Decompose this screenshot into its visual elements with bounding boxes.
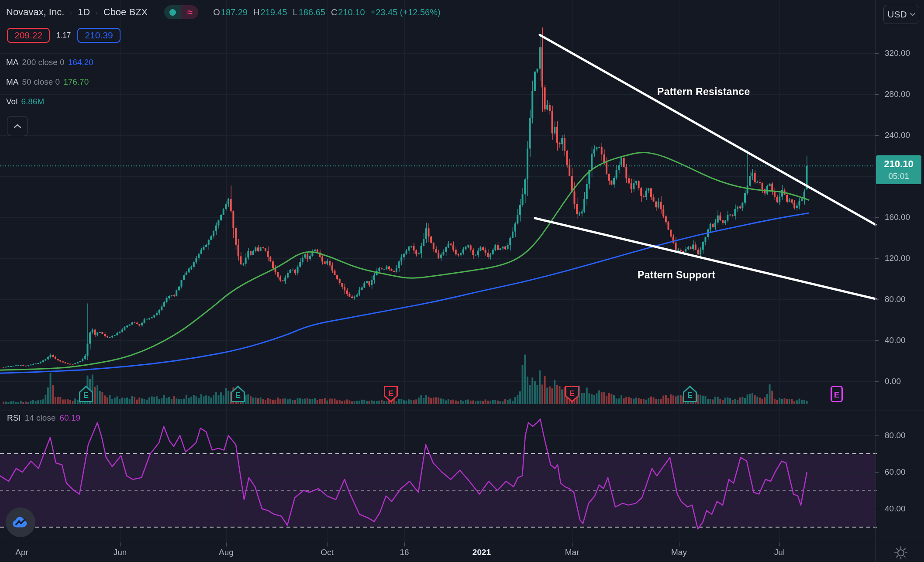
time-axis-label: Oct [321,548,334,557]
time-axis-label: 16 [400,548,409,557]
indicator-volume[interactable]: Vol 6.86M [6,97,44,106]
bar-countdown: 05:01 [888,171,909,182]
svg-text:E: E [687,391,693,400]
indicator-ma200[interactable]: MA 200 close 0 164.20 [6,58,93,67]
last-price-value: 210.10 [884,158,913,171]
price-chart-canvas[interactable] [0,0,924,562]
price-axis[interactable] [875,0,924,543]
price-axis-label: 120.00 [885,254,910,263]
market-status-toggle[interactable]: ≈ [164,5,198,19]
chevron-down-icon [910,13,915,16]
indicator-ma50[interactable]: MA 50 close 0 176.70 [6,77,89,87]
pattern-support-label[interactable]: Pattern Support [638,269,715,281]
currency-selector[interactable]: USD [883,5,919,24]
price-axis-label: 280.00 [885,89,910,99]
earnings-marker-icon[interactable]: E [829,385,844,403]
chevron-up-icon [14,124,21,128]
time-axis-settings-button[interactable] [893,545,908,560]
wave-icon: ≈ [181,5,198,19]
tradingview-cloud-button[interactable] [6,507,35,537]
exchange-label[interactable]: Cboe BZX [103,7,148,18]
earnings-marker-icon[interactable]: E [565,385,579,403]
time-axis-label: Jul [774,548,785,557]
price-axis-label: 80.00 [885,431,906,440]
time-axis-label: Jun [114,548,127,557]
chart-window: Novavax, Inc. · 1D · Cboe BZX ≈ O187.29 … [0,0,924,562]
currency-label: USD [887,9,907,20]
separator-dot: · [95,7,98,17]
spread-value: 1.17 [56,31,71,40]
price-axis-label: 160.00 [885,212,910,222]
price-axis-label: 80.00 [885,295,906,304]
time-axis[interactable] [0,543,924,562]
svg-text:E: E [834,391,839,399]
symbol-title[interactable]: Novavax, Inc. [6,7,64,18]
svg-text:E: E [388,389,393,398]
last-price-badge: 210.10 05:01 [876,155,921,184]
price-axis-label: 320.00 [885,48,910,58]
price-axis-label: 240.00 [885,130,910,140]
separator-dot: · [69,7,72,17]
svg-text:E: E [569,389,575,398]
price-axis-label: 40.00 [885,504,906,514]
cloud-chart-icon [11,513,30,531]
earnings-marker-icon[interactable]: E [79,385,93,403]
change-readout: +23.45 (+12.56%) [371,7,441,17]
earnings-marker-icon[interactable]: E [383,385,398,403]
time-axis-label: Aug [219,548,234,557]
indicator-rsi[interactable]: RSI 14 close 60.19 [7,413,80,423]
status-dot-icon [169,9,176,16]
earnings-marker-icon[interactable]: E [683,385,697,403]
time-axis-label: 2021 [472,548,491,557]
sun-gear-icon [893,545,908,560]
ask-price-button[interactable]: 210.39 [77,28,120,43]
timeframe-label[interactable]: 1D [78,7,90,18]
collapse-legend-button[interactable] [7,116,28,136]
svg-text:E: E [235,391,241,400]
pattern-resistance-label[interactable]: Pattern Resistance [657,86,750,98]
price-axis-label: 40.00 [885,336,906,345]
time-axis-label: Apr [15,548,28,557]
bid-price-button[interactable]: 209.22 [7,28,50,43]
price-axis-label: 0.00 [885,377,901,386]
time-axis-label: May [671,548,687,557]
price-axis-label: 60.00 [885,467,906,477]
svg-text:E: E [83,391,89,400]
ohlc-readout: O187.29 H219.45 L186.65 C210.10 +23.45 (… [213,7,440,17]
earnings-marker-icon[interactable]: E [231,385,245,403]
time-axis-label: Mar [565,548,579,557]
